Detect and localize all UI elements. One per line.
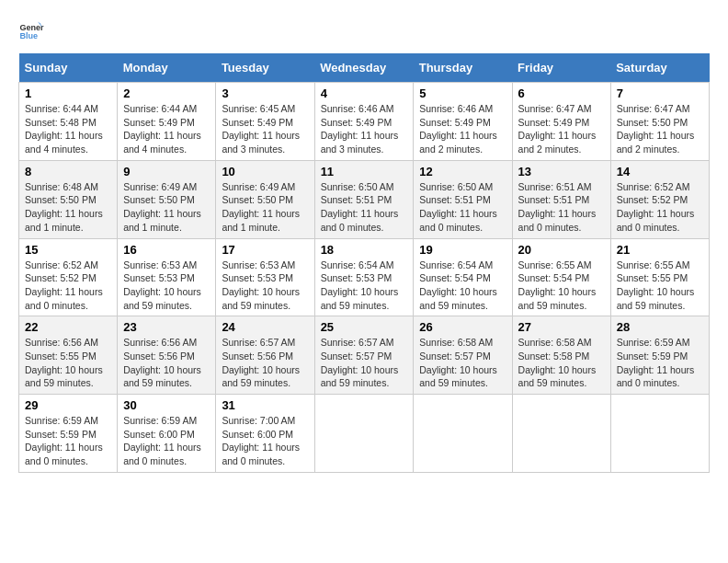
- day-number: 25: [321, 320, 408, 334]
- day-info: Sunrise: 6:49 AM Sunset: 5:50 PM Dayligh…: [123, 180, 210, 235]
- day-cell-5: 5 Sunrise: 6:46 AM Sunset: 5:49 PM Dayli…: [414, 83, 512, 161]
- day-number: 8: [25, 165, 111, 178]
- day-cell-1: 1 Sunrise: 6:44 AM Sunset: 5:48 PM Dayli…: [19, 83, 118, 161]
- day-cell-23: 23 Sunrise: 6:56 AM Sunset: 5:56 PM Dayl…: [118, 316, 216, 395]
- day-info: Sunrise: 6:44 AM Sunset: 5:49 PM Dayligh…: [123, 102, 210, 156]
- day-number: 17: [222, 243, 308, 257]
- col-header-monday: Monday: [118, 53, 216, 83]
- day-cell-10: 10 Sunrise: 6:49 AM Sunset: 5:50 PM Dayl…: [216, 160, 314, 238]
- day-cell-27: 27 Sunrise: 6:58 AM Sunset: 5:58 PM Dayl…: [512, 316, 610, 395]
- day-cell-29: 29 Sunrise: 6:59 AM Sunset: 5:59 PM Dayl…: [19, 395, 118, 473]
- logo-icon: General Blue: [18, 18, 44, 44]
- calendar-week-2: 8 Sunrise: 6:48 AM Sunset: 5:50 PM Dayli…: [19, 160, 710, 238]
- day-number: 9: [123, 165, 210, 178]
- day-number: 14: [617, 165, 703, 178]
- day-number: 21: [617, 243, 703, 257]
- day-cell-14: 14 Sunrise: 6:52 AM Sunset: 5:52 PM Dayl…: [610, 160, 709, 238]
- day-cell-19: 19 Sunrise: 6:54 AM Sunset: 5:54 PM Dayl…: [414, 238, 512, 316]
- day-cell-2: 2 Sunrise: 6:44 AM Sunset: 5:49 PM Dayli…: [118, 83, 216, 161]
- calendar-week-3: 15 Sunrise: 6:52 AM Sunset: 5:52 PM Dayl…: [19, 238, 710, 316]
- header-row: SundayMondayTuesdayWednesdayThursdayFrid…: [19, 53, 710, 83]
- day-cell-22: 22 Sunrise: 6:56 AM Sunset: 5:55 PM Dayl…: [19, 316, 118, 395]
- day-number: 16: [123, 243, 210, 257]
- day-number: 13: [518, 165, 605, 178]
- day-number: 10: [222, 165, 308, 178]
- day-cell-26: 26 Sunrise: 6:58 AM Sunset: 5:57 PM Dayl…: [414, 316, 512, 395]
- day-cell-30: 30 Sunrise: 6:59 AM Sunset: 6:00 PM Dayl…: [118, 395, 216, 473]
- day-number: 28: [617, 320, 703, 334]
- day-info: Sunrise: 6:58 AM Sunset: 5:57 PM Dayligh…: [419, 336, 506, 390]
- day-info: Sunrise: 6:58 AM Sunset: 5:58 PM Dayligh…: [518, 336, 605, 390]
- day-info: Sunrise: 6:53 AM Sunset: 5:53 PM Dayligh…: [222, 259, 308, 313]
- empty-cell: [414, 395, 512, 473]
- day-number: 23: [123, 320, 210, 334]
- day-info: Sunrise: 6:47 AM Sunset: 5:50 PM Dayligh…: [617, 102, 703, 156]
- calendar-week-4: 22 Sunrise: 6:56 AM Sunset: 5:55 PM Dayl…: [19, 316, 710, 395]
- day-info: Sunrise: 6:55 AM Sunset: 5:55 PM Dayligh…: [617, 259, 703, 313]
- day-info: Sunrise: 6:55 AM Sunset: 5:54 PM Dayligh…: [518, 259, 605, 313]
- day-number: 19: [419, 243, 506, 257]
- col-header-sunday: Sunday: [19, 53, 118, 83]
- day-cell-16: 16 Sunrise: 6:53 AM Sunset: 5:53 PM Dayl…: [118, 238, 216, 316]
- day-info: Sunrise: 6:50 AM Sunset: 5:51 PM Dayligh…: [419, 180, 506, 235]
- day-info: Sunrise: 6:53 AM Sunset: 5:53 PM Dayligh…: [123, 259, 210, 313]
- day-cell-11: 11 Sunrise: 6:50 AM Sunset: 5:51 PM Dayl…: [314, 160, 414, 238]
- day-cell-7: 7 Sunrise: 6:47 AM Sunset: 5:50 PM Dayli…: [610, 83, 709, 161]
- day-number: 29: [25, 398, 111, 412]
- day-number: 12: [419, 165, 506, 178]
- day-number: 11: [321, 165, 408, 178]
- day-info: Sunrise: 6:59 AM Sunset: 5:59 PM Dayligh…: [25, 414, 111, 468]
- day-number: 27: [518, 320, 605, 334]
- day-info: Sunrise: 6:48 AM Sunset: 5:50 PM Dayligh…: [25, 180, 111, 235]
- day-info: Sunrise: 6:47 AM Sunset: 5:49 PM Dayligh…: [518, 102, 605, 156]
- day-cell-25: 25 Sunrise: 6:57 AM Sunset: 5:57 PM Dayl…: [314, 316, 414, 395]
- col-header-friday: Friday: [512, 53, 610, 83]
- day-number: 6: [518, 86, 605, 100]
- day-info: Sunrise: 6:50 AM Sunset: 5:51 PM Dayligh…: [321, 180, 408, 235]
- col-header-tuesday: Tuesday: [216, 53, 314, 83]
- logo: General Blue: [18, 18, 51, 44]
- day-number: 5: [419, 86, 506, 100]
- day-cell-13: 13 Sunrise: 6:51 AM Sunset: 5:51 PM Dayl…: [512, 160, 610, 238]
- empty-cell: [314, 395, 414, 473]
- day-cell-20: 20 Sunrise: 6:55 AM Sunset: 5:54 PM Dayl…: [512, 238, 610, 316]
- calendar-week-5: 29 Sunrise: 6:59 AM Sunset: 5:59 PM Dayl…: [19, 395, 710, 473]
- day-info: Sunrise: 6:57 AM Sunset: 5:57 PM Dayligh…: [321, 336, 408, 390]
- day-info: Sunrise: 6:46 AM Sunset: 5:49 PM Dayligh…: [419, 102, 506, 156]
- day-cell-15: 15 Sunrise: 6:52 AM Sunset: 5:52 PM Dayl…: [19, 238, 118, 316]
- day-number: 31: [222, 398, 308, 412]
- day-number: 30: [123, 398, 210, 412]
- day-cell-31: 31 Sunrise: 7:00 AM Sunset: 6:00 PM Dayl…: [216, 395, 314, 473]
- day-cell-3: 3 Sunrise: 6:45 AM Sunset: 5:49 PM Dayli…: [216, 83, 314, 161]
- day-cell-17: 17 Sunrise: 6:53 AM Sunset: 5:53 PM Dayl…: [216, 238, 314, 316]
- col-header-saturday: Saturday: [610, 53, 709, 83]
- day-info: Sunrise: 6:51 AM Sunset: 5:51 PM Dayligh…: [518, 180, 605, 235]
- day-cell-24: 24 Sunrise: 6:57 AM Sunset: 5:56 PM Dayl…: [216, 316, 314, 395]
- day-number: 22: [25, 320, 111, 334]
- day-info: Sunrise: 6:56 AM Sunset: 5:56 PM Dayligh…: [123, 336, 210, 390]
- header: General Blue: [18, 18, 710, 44]
- day-info: Sunrise: 7:00 AM Sunset: 6:00 PM Dayligh…: [222, 414, 308, 468]
- day-cell-4: 4 Sunrise: 6:46 AM Sunset: 5:49 PM Dayli…: [314, 83, 414, 161]
- calendar-week-1: 1 Sunrise: 6:44 AM Sunset: 5:48 PM Dayli…: [19, 83, 710, 161]
- day-number: 1: [25, 86, 111, 100]
- day-cell-6: 6 Sunrise: 6:47 AM Sunset: 5:49 PM Dayli…: [512, 83, 610, 161]
- day-info: Sunrise: 6:54 AM Sunset: 5:53 PM Dayligh…: [321, 259, 408, 313]
- day-number: 15: [25, 243, 111, 257]
- day-number: 18: [321, 243, 408, 257]
- day-info: Sunrise: 6:59 AM Sunset: 6:00 PM Dayligh…: [123, 414, 210, 468]
- day-number: 2: [123, 86, 210, 100]
- day-number: 26: [419, 320, 506, 334]
- col-header-wednesday: Wednesday: [314, 53, 414, 83]
- day-info: Sunrise: 6:44 AM Sunset: 5:48 PM Dayligh…: [25, 102, 111, 156]
- day-number: 7: [617, 86, 703, 100]
- day-cell-8: 8 Sunrise: 6:48 AM Sunset: 5:50 PM Dayli…: [19, 160, 118, 238]
- day-cell-9: 9 Sunrise: 6:49 AM Sunset: 5:50 PM Dayli…: [118, 160, 216, 238]
- day-info: Sunrise: 6:56 AM Sunset: 5:55 PM Dayligh…: [25, 336, 111, 390]
- day-info: Sunrise: 6:57 AM Sunset: 5:56 PM Dayligh…: [222, 336, 308, 390]
- day-info: Sunrise: 6:49 AM Sunset: 5:50 PM Dayligh…: [222, 180, 308, 235]
- day-cell-28: 28 Sunrise: 6:59 AM Sunset: 5:59 PM Dayl…: [610, 316, 709, 395]
- col-header-thursday: Thursday: [414, 53, 512, 83]
- day-info: Sunrise: 6:45 AM Sunset: 5:49 PM Dayligh…: [222, 102, 308, 156]
- day-number: 3: [222, 86, 308, 100]
